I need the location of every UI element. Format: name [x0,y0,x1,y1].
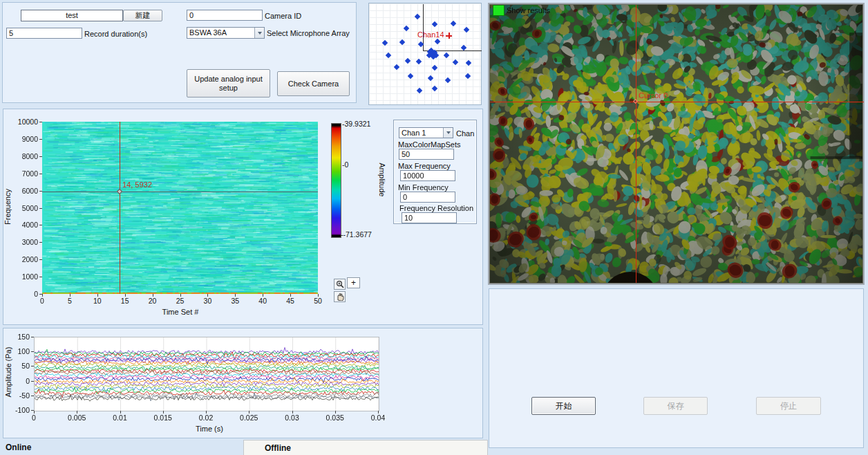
y-tick-label: 50 [6,362,30,370]
mic-point [445,77,451,83]
mic-point [432,21,437,27]
x-tick-label: 50 [308,297,328,305]
y-tick-mark [39,122,42,122]
y-tick-label: 10000 [13,118,38,126]
y-tick-mark [39,191,42,192]
y-tick-label: 7000 [13,169,38,178]
image-cursor-hline[interactable] [490,102,864,102]
x-tick-label: 10 [87,297,108,305]
max-frequency-input[interactable]: 10000 [400,170,455,181]
y-tick-mark [31,351,34,352]
x-tick-mark [153,294,153,297]
x-tick-label: 20 [142,297,163,305]
acoustic-image-canvas[interactable] [490,5,862,283]
selected-channel-cross-marker[interactable] [446,32,452,39]
waveform-panel: Amplitude (Pa) Time (s) 150100500-50-100… [3,328,483,438]
start-button[interactable]: 开始 [531,397,596,415]
x-tick-mark [263,294,263,297]
colorbar-title: Amplitude [378,152,386,207]
x-tick-label: 15 [115,297,135,305]
microphone-array-label: Select Microphone Array [267,29,350,37]
x-tick-label: 0 [20,414,48,422]
mic-point [394,64,399,70]
y-tick-mark [39,156,42,157]
chevron-down-icon[interactable] [443,128,453,138]
min-frequency-input[interactable]: 0 [400,192,455,203]
x-tick-mark [77,411,77,414]
record-duration-input[interactable]: 5 [6,28,82,39]
x-tick-label: 0.005 [63,414,91,422]
colorbar-mid-label: -0 [342,160,348,169]
y-tick-label: 8000 [13,152,38,160]
max-colormap-sets-input[interactable]: 50 [399,149,454,160]
chevron-down-icon[interactable] [254,28,264,38]
spectrogram-canvas[interactable] [42,122,318,294]
update-analog-input-button[interactable]: Update analog input setup [187,69,270,98]
spectrogram-cursor-vline[interactable] [120,122,120,294]
y-tick-label: 0 [6,377,30,385]
mic-point [451,21,456,26]
mic-points-layer [369,3,481,104]
x-tick-label: 5 [59,297,80,305]
mic-point [435,39,440,44]
y-tick-label: 3000 [13,238,38,246]
camera-id-label: Camera ID [265,12,301,20]
waveform-canvas [34,337,379,411]
show-results-checkbox[interactable] [493,5,504,16]
x-tick-mark [42,294,43,297]
mic-point [444,53,449,58]
spectrogram-panel: Frequency 14, 5932 Time Set # -39.9321 -… [3,109,483,325]
mic-point [408,73,413,79]
record-duration-label: Record duration(s) [84,30,147,38]
mic-point [453,59,458,65]
channel-select[interactable]: Chan 1 [399,127,453,138]
spectrogram-cursor-hline[interactable] [42,192,318,192]
x-tick-label: 0.01 [106,414,134,422]
colorbar-max-label: -39.9321 [342,120,370,128]
mic-point [465,73,471,79]
show-results-label: Show results [507,6,550,15]
x-tick-mark [125,294,126,297]
channel-select-value: Chan 1 [399,128,443,138]
tab-offline[interactable]: Offline [243,440,488,455]
x-tick-label: 40 [252,297,273,305]
zoom-tool-icon[interactable] [334,279,346,290]
spectrogram-controls-box: Chan 1 Chan MaxColorMapSets 50 Max Frequ… [393,120,477,224]
x-tick-label: 0 [32,297,53,305]
pan-tool-icon[interactable] [334,291,346,302]
stop-button[interactable]: 停止 [756,397,821,415]
microphone-array-value: BSWA 36A [187,28,254,38]
frequency-resolution-input[interactable]: 10 [402,212,457,223]
mic-point [386,53,391,58]
new-button[interactable]: 新建 [123,10,162,21]
y-tick-label: -50 [6,391,30,400]
x-tick-mark [290,294,291,297]
camera-id-input[interactable]: 0 [187,10,263,21]
mic-point [382,40,388,46]
x-tick-mark [34,411,35,414]
cursor-tool-icon[interactable]: + [347,277,360,288]
image-cursor-vline[interactable] [636,5,636,283]
channel-select-label: Chan [456,129,474,138]
mic-point [416,59,422,64]
spectrogram-cursor-readout: 14, 5932 [122,180,152,189]
x-tick-mark [292,411,293,414]
x-tick-label: 0.025 [235,414,263,422]
y-tick-mark [39,139,42,140]
amplitude-colorbar [331,123,341,238]
microphone-array-select[interactable]: BSWA 36A [187,27,265,39]
check-camera-button[interactable]: Check Camera [277,71,350,96]
x-tick-label: 35 [225,297,245,305]
max-frequency-label: Max Frequency [398,162,451,170]
acoustic-image-panel: Cursor 0 Show results [488,3,865,285]
y-tick-mark [39,174,42,174]
save-button[interactable]: 保存 [643,397,708,415]
frequency-resolution-label: Frequency Resolution [399,204,473,212]
y-tick-mark [39,277,42,277]
tab-online[interactable]: Online [6,443,31,452]
mic-point [405,58,411,64]
mic-array-plot: Chan14 [368,3,482,105]
x-tick-label: 30 [197,297,218,305]
test-name-input[interactable]: test [21,10,123,21]
y-tick-mark [39,225,42,225]
